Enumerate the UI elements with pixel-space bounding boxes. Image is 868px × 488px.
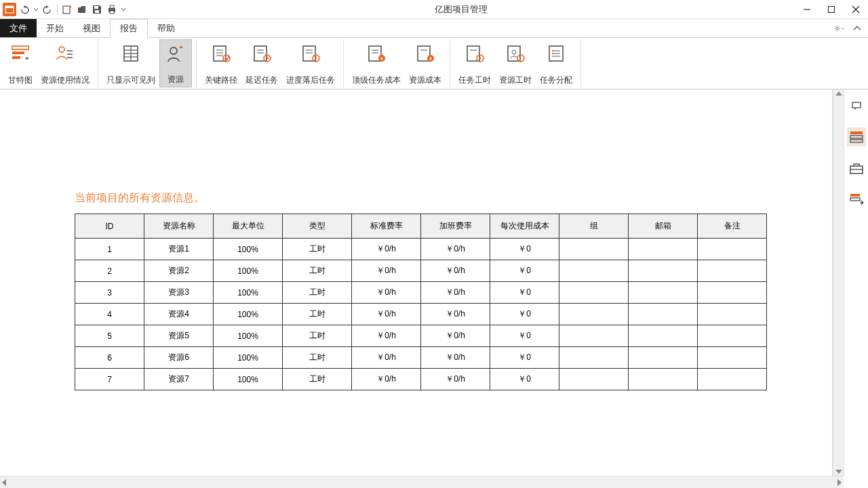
ribbon-label: 只显示可见列 (106, 75, 155, 86)
cell-email (629, 325, 698, 347)
ribbon-label: 资源工时 (499, 75, 532, 86)
cell-group (559, 239, 629, 260)
maximize-button[interactable] (819, 0, 844, 19)
cell-ot: ￥0/h (421, 282, 490, 304)
ribbon-task-hours[interactable]: 任务工时 (454, 39, 495, 87)
cell-type: 工时 (283, 325, 352, 347)
tab-help[interactable]: 帮助 (148, 19, 184, 37)
close-button[interactable] (844, 0, 868, 19)
save-button[interactable] (90, 3, 104, 16)
svg-rect-3 (94, 6, 98, 9)
ribbon-behind-tasks[interactable]: 进度落后任务 (282, 39, 339, 87)
workspace: 当前项目的所有资源信息。 ID资源名称最大单位类型标准费率加班费率每次使用成本组… (0, 89, 844, 476)
ribbon-label: 关键路径 (205, 75, 237, 86)
cell-ot: ￥0/h (421, 325, 490, 347)
svg-rect-75 (850, 140, 863, 142)
ribbon-label: 任务工时 (458, 75, 491, 86)
ribbon-top-task-cost[interactable]: ¥ 顶级任务成本 (348, 39, 405, 87)
cell-group (559, 347, 629, 369)
svg-line-17 (835, 26, 836, 27)
cell-email (629, 369, 698, 390)
ribbon-label: 资源使用情况 (41, 75, 90, 86)
svg-rect-9 (829, 6, 835, 12)
cell-max: 100% (214, 347, 283, 369)
svg-rect-7 (110, 11, 114, 14)
svg-point-24 (59, 47, 64, 52)
cell-ot: ￥0/h (421, 347, 490, 369)
undo-button[interactable] (18, 3, 31, 16)
panel-export-icon[interactable] (847, 190, 866, 209)
ribbon-resource-hours[interactable]: 资源工时 (495, 39, 536, 87)
quick-access-toolbar (0, 3, 127, 16)
cell-id: 3 (75, 282, 144, 304)
cell-per: ￥0 (490, 282, 559, 304)
tab-start[interactable]: 开始 (37, 19, 73, 37)
svg-rect-70 (552, 53, 553, 54)
ribbon-resource-usage[interactable]: 资源使用情况 (37, 39, 94, 87)
pin-panel-icon[interactable] (847, 96, 866, 115)
cell-note (698, 239, 767, 260)
print-dropdown[interactable] (120, 3, 127, 16)
cell-group (559, 369, 629, 390)
cell-note (698, 347, 767, 369)
redo-button[interactable] (41, 3, 54, 16)
svg-rect-73 (850, 131, 863, 134)
svg-rect-22 (12, 52, 24, 54)
svg-rect-74 (850, 136, 863, 138)
cell-note (698, 260, 767, 282)
cell-group (559, 304, 629, 325)
cell-note (698, 369, 767, 390)
table-row: 3资源3100%工时￥0/h￥0/h￥0 (75, 282, 767, 304)
ribbon-label: 顶级任务成本 (352, 75, 401, 86)
svg-rect-31 (214, 46, 226, 61)
tab-view[interactable]: 视图 (73, 19, 110, 37)
cell-note (698, 282, 767, 304)
cell-name: 资源6 (144, 347, 214, 369)
cell-id: 1 (75, 239, 144, 260)
panel-toolbox-icon[interactable] (847, 159, 866, 178)
undo-dropdown[interactable] (33, 3, 39, 16)
collapse-ribbon-icon[interactable] (852, 23, 863, 34)
ribbon-gantt[interactable]: 甘特图 (4, 39, 37, 87)
resource-table: ID资源名称最大单位类型标准费率加班费率每次使用成本组邮箱备注 1资源1100%… (75, 214, 767, 390)
ribbon-visible-columns[interactable]: 只显示可见列 (102, 39, 159, 87)
table-row: 2资源2100%工时￥0/h￥0/h￥0 (75, 260, 767, 282)
svg-point-47 (315, 60, 317, 62)
cell-email (629, 347, 698, 369)
columns-icon (119, 42, 142, 65)
window-controls (795, 0, 868, 19)
cell-id: 2 (75, 260, 144, 282)
cell-std: ￥0/h (352, 369, 421, 390)
cell-std: ￥0/h (352, 282, 421, 304)
column-header: 最大单位 (214, 214, 283, 239)
minimize-button[interactable] (795, 0, 819, 19)
ribbon-task-assign[interactable]: 任务分配 (536, 39, 576, 87)
settings-icon[interactable] (834, 23, 845, 34)
horizontal-scrollbar[interactable] (0, 476, 844, 488)
export-button[interactable] (60, 3, 74, 16)
cell-max: 100% (214, 260, 283, 282)
ribbon-critical-path[interactable]: 关键路径 (201, 39, 241, 87)
cell-id: 7 (75, 369, 144, 390)
cell-max: 100% (214, 304, 283, 325)
cell-per: ￥0 (490, 260, 559, 282)
vertical-scrollbar[interactable] (833, 89, 844, 476)
cell-email (629, 239, 698, 260)
cell-name: 资源2 (144, 260, 214, 282)
gantt-icon (9, 42, 32, 65)
ribbon-delayed-tasks[interactable]: 延迟任务 (241, 39, 282, 87)
ribbon-resource[interactable]: 资源 (159, 39, 192, 87)
cell-type: 工时 (283, 239, 352, 260)
cell-per: ￥0 (490, 347, 559, 369)
print-button[interactable] (105, 3, 119, 16)
tab-report[interactable]: 报告 (110, 19, 148, 38)
top-cost-icon: ¥ (365, 42, 388, 65)
panel-style-icon[interactable] (847, 127, 866, 146)
open-button[interactable] (75, 3, 89, 16)
tab-file[interactable]: 文件 (0, 19, 37, 37)
ribbon-resource-cost[interactable]: ¥ 资源成本 (405, 39, 446, 87)
ribbon-label: 资源 (167, 74, 184, 85)
behind-icon (299, 42, 322, 65)
cell-group (559, 282, 629, 304)
separator (57, 4, 58, 15)
